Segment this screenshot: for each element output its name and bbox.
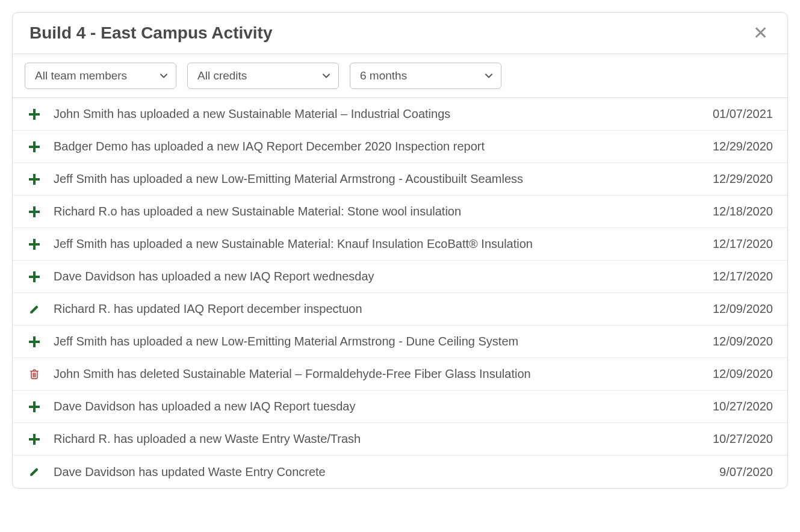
activity-text: Jeff Smith has uploaded a new Sustainabl… bbox=[42, 236, 689, 252]
close-button[interactable]: ✕ bbox=[751, 24, 771, 42]
plus-icon bbox=[27, 206, 42, 217]
activity-date: 10/27/2020 bbox=[689, 432, 773, 446]
activity-text: Dave Davidson has uploaded a new IAQ Rep… bbox=[42, 398, 689, 415]
activity-row[interactable]: John Smith has deleted Sustainable Mater… bbox=[13, 358, 787, 391]
plus-icon bbox=[27, 336, 42, 347]
activity-date: 12/09/2020 bbox=[689, 367, 773, 381]
activity-text: John Smith has deleted Sustainable Mater… bbox=[42, 366, 689, 382]
activity-list: John Smith has uploaded a new Sustainabl… bbox=[13, 98, 787, 488]
activity-date: 12/09/2020 bbox=[689, 335, 773, 348]
activity-row[interactable]: Jeff Smith has uploaded a new Low-Emitti… bbox=[13, 163, 787, 196]
activity-date: 12/29/2020 bbox=[689, 140, 773, 153]
activity-row[interactable]: Richard R. has uploaded a new Waste Entr… bbox=[13, 423, 787, 456]
trash-icon bbox=[27, 368, 42, 380]
activity-date: 12/17/2020 bbox=[689, 237, 773, 251]
activity-text: Jeff Smith has uploaded a new Low-Emitti… bbox=[42, 333, 689, 350]
team-filter-select[interactable]: All team members bbox=[25, 63, 176, 89]
filter-bar: All team members All credits 6 months bbox=[13, 54, 787, 98]
timeframe-filter-select[interactable]: 6 months bbox=[350, 63, 501, 89]
chevron-down-icon bbox=[484, 71, 494, 81]
activity-row[interactable]: Richard R.o has uploaded a new Sustainab… bbox=[13, 196, 787, 228]
activity-date: 12/29/2020 bbox=[689, 172, 773, 186]
plus-icon bbox=[27, 239, 42, 250]
activity-date: 9/07/2020 bbox=[689, 465, 773, 479]
close-icon: ✕ bbox=[753, 23, 768, 43]
activity-text: Dave Davidson has uploaded a new IAQ Rep… bbox=[42, 268, 689, 285]
activity-row[interactable]: Richard R. has updated IAQ Report decemb… bbox=[13, 293, 787, 326]
activity-date: 12/09/2020 bbox=[689, 302, 773, 316]
activity-row[interactable]: Badger Demo has uploaded a new IAQ Repor… bbox=[13, 131, 787, 163]
activity-panel: Build 4 - East Campus Activity ✕ All tea… bbox=[12, 12, 788, 489]
credits-filter-value: All credits bbox=[197, 69, 247, 82]
timeframe-filter-value: 6 months bbox=[360, 69, 407, 82]
activity-date: 01/07/2021 bbox=[689, 107, 773, 121]
plus-icon bbox=[27, 109, 42, 120]
pencil-icon bbox=[27, 466, 42, 477]
activity-text: Dave Davidson has updated Waste Entry Co… bbox=[42, 464, 689, 480]
plus-icon bbox=[27, 141, 42, 152]
activity-date: 12/17/2020 bbox=[689, 270, 773, 283]
credits-filter-select[interactable]: All credits bbox=[187, 63, 339, 89]
activity-row[interactable]: Jeff Smith has uploaded a new Low-Emitti… bbox=[13, 326, 787, 358]
activity-row[interactable]: Dave Davidson has uploaded a new IAQ Rep… bbox=[13, 261, 787, 293]
plus-icon bbox=[27, 401, 42, 412]
panel-title: Build 4 - East Campus Activity bbox=[29, 23, 273, 43]
activity-text: Richard R. has uploaded a new Waste Entr… bbox=[42, 431, 689, 447]
activity-text: Richard R.o has uploaded a new Sustainab… bbox=[42, 203, 689, 220]
plus-icon bbox=[27, 271, 42, 282]
pencil-icon bbox=[27, 304, 42, 315]
activity-date: 12/18/2020 bbox=[689, 205, 773, 218]
activity-row[interactable]: Jeff Smith has uploaded a new Sustainabl… bbox=[13, 228, 787, 261]
activity-text: Badger Demo has uploaded a new IAQ Repor… bbox=[42, 138, 689, 155]
chevron-down-icon bbox=[321, 71, 331, 81]
activity-text: Jeff Smith has uploaded a new Low-Emitti… bbox=[42, 171, 689, 187]
activity-row[interactable]: Dave Davidson has updated Waste Entry Co… bbox=[13, 456, 787, 488]
activity-text: John Smith has uploaded a new Sustainabl… bbox=[42, 106, 689, 122]
activity-text: Richard R. has updated IAQ Report decemb… bbox=[42, 301, 689, 317]
chevron-down-icon bbox=[159, 71, 169, 81]
activity-row[interactable]: John Smith has uploaded a new Sustainabl… bbox=[13, 98, 787, 131]
activity-row[interactable]: Dave Davidson has uploaded a new IAQ Rep… bbox=[13, 391, 787, 423]
team-filter-value: All team members bbox=[35, 69, 127, 82]
plus-icon bbox=[27, 174, 42, 185]
panel-header: Build 4 - East Campus Activity ✕ bbox=[13, 13, 787, 54]
activity-date: 10/27/2020 bbox=[689, 400, 773, 413]
plus-icon bbox=[27, 434, 42, 445]
